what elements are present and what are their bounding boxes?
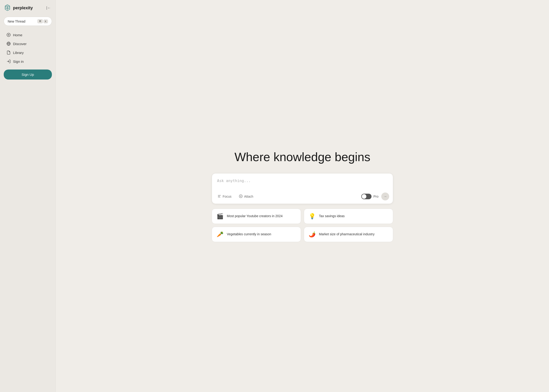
attach-label: Attach — [244, 195, 253, 198]
suggestion-text-tax: Tax savings ideas — [319, 214, 345, 218]
suggestion-text-youtube: Most popular Youtube creators in 2024 — [227, 214, 283, 218]
library-icon — [7, 50, 11, 55]
hero-title: Where knowledge begins — [235, 150, 370, 164]
sidebar-item-home-label: Home — [13, 33, 22, 37]
attach-button[interactable]: Attach — [237, 193, 255, 200]
toolbar-right: Pro → — [361, 193, 389, 200]
sidebar-item-signin-label: Sign in — [13, 60, 24, 63]
search-toolbar: Focus Attach — [212, 190, 393, 204]
pro-toggle: Pro — [361, 194, 378, 199]
suggestion-emoji-vegetables: 🥕 — [217, 231, 224, 238]
signin-icon — [7, 59, 11, 63]
suggestion-text-vegetables: Vegetables currently in season — [227, 232, 271, 237]
collapse-button[interactable]: |← — [45, 5, 52, 11]
suggestion-card-vegetables[interactable]: 🥕 Vegetables currently in season — [212, 227, 301, 242]
sidebar-item-home[interactable]: Home — [4, 30, 52, 39]
perplexity-logo-icon — [4, 4, 11, 12]
shortcut-cmd: ⌘ — [37, 19, 43, 23]
search-input[interactable] — [217, 179, 388, 187]
suggestion-text-pharma: Market size of pharmaceutical industry — [319, 232, 375, 237]
svg-point-1 — [8, 35, 9, 35]
focus-icon — [218, 194, 221, 199]
signup-label: Sign Up — [22, 73, 34, 77]
main-content: Where knowledge begins Focus — [56, 0, 549, 392]
svg-point-0 — [7, 33, 10, 37]
collapse-icon: |← — [46, 6, 51, 10]
suggestion-emoji-pharma: 🌶️ — [309, 231, 316, 238]
logo: perplexity — [4, 4, 33, 12]
new-thread-shortcut: ⌘ K — [37, 19, 48, 23]
shortcut-key: K — [43, 20, 48, 23]
pro-toggle-switch[interactable] — [361, 194, 371, 199]
focus-button[interactable]: Focus — [216, 193, 233, 200]
toggle-knob — [362, 194, 366, 199]
suggestion-emoji-tax: 💡 — [309, 213, 316, 219]
search-container: Focus Attach — [212, 173, 393, 204]
pro-label: Pro — [373, 195, 378, 198]
suggestions-grid: 🎬 Most popular Youtube creators in 2024 … — [212, 209, 393, 242]
sidebar-item-discover-label: Discover — [13, 42, 27, 46]
sidebar: perplexity |← New Thread ⌘ K Home — [0, 0, 56, 392]
new-thread-label: New Thread — [8, 20, 25, 23]
logo-area: perplexity |← — [4, 4, 52, 12]
focus-label: Focus — [223, 195, 231, 198]
sidebar-item-library-label: Library — [13, 51, 24, 55]
attach-icon — [239, 194, 243, 199]
suggestion-card-youtube[interactable]: 🎬 Most popular Youtube creators in 2024 — [212, 209, 301, 224]
submit-button[interactable]: → — [381, 193, 389, 200]
sidebar-item-discover[interactable]: Discover — [4, 39, 52, 48]
logo-text: perplexity — [13, 6, 33, 10]
search-input-area — [212, 174, 393, 190]
sidebar-nav: Home Discover Library — [4, 30, 52, 66]
home-icon — [7, 33, 11, 37]
submit-arrow-icon: → — [383, 194, 387, 199]
toolbar-left: Focus Attach — [216, 193, 255, 200]
signup-button[interactable]: Sign Up — [4, 70, 52, 79]
suggestion-card-tax[interactable]: 💡 Tax savings ideas — [304, 209, 393, 224]
sidebar-item-library[interactable]: Library — [4, 48, 52, 57]
new-thread-button[interactable]: New Thread ⌘ K — [4, 17, 52, 26]
globe-icon — [7, 42, 11, 46]
suggestion-card-pharma[interactable]: 🌶️ Market size of pharmaceutical industr… — [304, 227, 393, 242]
suggestion-emoji-youtube: 🎬 — [217, 213, 224, 219]
sidebar-item-signin[interactable]: Sign in — [4, 57, 52, 66]
